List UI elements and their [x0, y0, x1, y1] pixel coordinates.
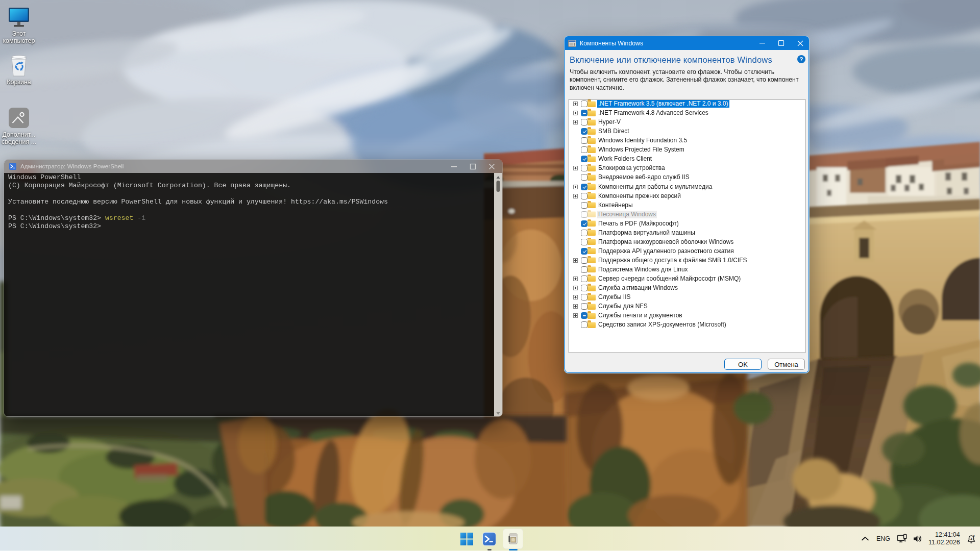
svg-text:z: z	[970, 537, 972, 540]
svg-text:z: z	[973, 534, 974, 537]
